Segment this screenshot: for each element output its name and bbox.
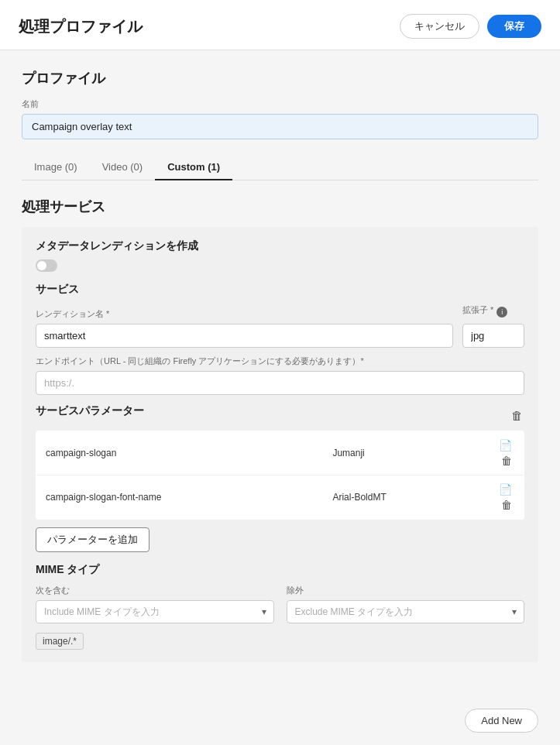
endpoint-group: エンドポイント（URL - 同じ組織の Firefly アプリケーションにする必…	[36, 355, 524, 395]
extension-group: 拡張子 * i	[462, 304, 524, 348]
content: プロファイル 名前 Image (0) Video (0) Custom (1)…	[0, 50, 560, 681]
name-input[interactable]	[22, 114, 538, 139]
rendition-name-label: レンディション名 *	[36, 308, 453, 320]
rendition-name-group: レンディション名 *	[36, 308, 453, 348]
tab-video[interactable]: Video (0)	[90, 155, 156, 180]
toggle-row	[36, 259, 524, 272]
mime-section-title: MIME タイプ	[36, 563, 524, 577]
params-table: campaign-slogan Jumanji 📄 🗑 campaign-slo…	[36, 431, 524, 520]
param-copy-button-1[interactable]: 📄	[496, 482, 514, 497]
mime-tag-container: image/.*	[36, 630, 524, 650]
params-delete-all-button[interactable]: 🗑	[510, 407, 524, 424]
param-key: campaign-slogan	[36, 431, 324, 475]
table-row: campaign-slogan Jumanji 📄 🗑	[36, 431, 524, 475]
save-button[interactable]: 保存	[487, 15, 541, 38]
endpoint-label: エンドポイント（URL - 同じ組織の Firefly アプリケーションにする必…	[36, 355, 524, 367]
name-label: 名前	[22, 98, 538, 110]
footer: Add New	[0, 696, 560, 745]
tab-custom[interactable]: Custom (1)	[155, 155, 232, 180]
exclude-select-wrapper: Exclude MIME タイプを入力	[287, 600, 525, 623]
include-label: 次を含む	[36, 585, 274, 596]
param-delete-button-0[interactable]: 🗑	[499, 453, 514, 469]
include-mime-select[interactable]: Include MIME タイプを入力	[36, 600, 274, 623]
header-actions: キャンセル 保存	[400, 14, 541, 39]
processing-section-title: 処理サービス	[22, 197, 538, 216]
metadata-label: メタデータレンディションを作成	[36, 239, 524, 253]
page-title: 処理プロファイル	[19, 16, 143, 37]
profile-section-title: プロファイル	[22, 69, 538, 88]
mime-tag: image/.*	[36, 633, 84, 650]
header: 処理プロファイル キャンセル 保存	[0, 0, 560, 50]
extension-input[interactable]	[462, 324, 524, 348]
add-param-button[interactable]: パラメーターを追加	[36, 527, 149, 552]
param-value: Jumanji	[323, 431, 477, 475]
param-delete-button-1[interactable]: 🗑	[499, 497, 514, 513]
exclude-mime-group: 除外 Exclude MIME タイプを入力	[287, 585, 525, 623]
profile-section: プロファイル 名前	[22, 69, 538, 139]
metadata-toggle[interactable]	[36, 259, 57, 272]
tabs-container: Image (0) Video (0) Custom (1)	[22, 155, 538, 180]
param-actions: 📄 🗑	[478, 475, 524, 520]
info-icon[interactable]: i	[496, 307, 507, 318]
add-new-button[interactable]: Add New	[465, 709, 538, 733]
extension-label: 拡張子 *	[462, 304, 493, 316]
processing-section: 処理サービス メタデータレンディションを作成 サービス レンディション名 *	[22, 197, 538, 662]
exclude-label: 除外	[287, 585, 525, 596]
service-subtitle: サービス	[36, 283, 524, 297]
param-key: campaign-slogan-font-name	[36, 475, 324, 520]
tab-image[interactable]: Image (0)	[22, 155, 90, 180]
rendition-name-input[interactable]	[36, 324, 453, 348]
param-copy-button-0[interactable]: 📄	[496, 438, 514, 453]
service-card: メタデータレンディションを作成 サービス レンディション名 * 拡張子 *	[22, 227, 538, 662]
exclude-mime-select[interactable]: Exclude MIME タイプを入力	[287, 600, 525, 623]
table-row: campaign-slogan-font-name Arial-BoldMT 📄…	[36, 475, 524, 520]
rendition-row: レンディション名 * 拡張子 * i	[36, 304, 524, 348]
params-header: サービスパラメーター 🗑	[36, 404, 524, 426]
param-actions: 📄 🗑	[478, 431, 524, 475]
endpoint-input[interactable]	[36, 371, 524, 395]
include-select-wrapper: Include MIME タイプを入力	[36, 600, 274, 623]
mime-row: 次を含む Include MIME タイプを入力 除外 Exclude MIME…	[36, 585, 524, 623]
cancel-button[interactable]: キャンセル	[400, 14, 479, 39]
param-value: Arial-BoldMT	[323, 475, 477, 520]
include-mime-group: 次を含む Include MIME タイプを入力	[36, 585, 274, 623]
params-title: サービスパラメーター	[36, 404, 144, 418]
